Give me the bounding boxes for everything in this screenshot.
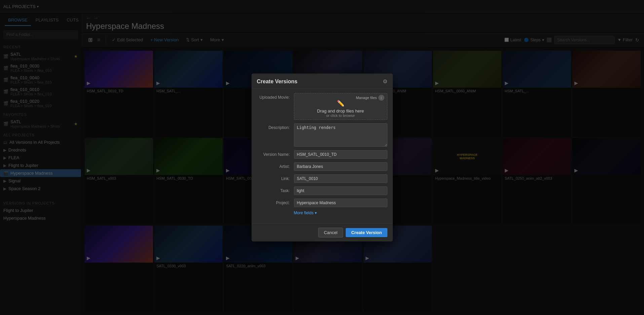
more-fields-label: More fields: [294, 211, 314, 215]
project-input[interactable]: [294, 198, 387, 207]
project-row: Project:: [257, 198, 387, 207]
link-input[interactable]: [294, 174, 387, 183]
artist-input[interactable]: [294, 162, 387, 171]
create-versions-modal: Create Versions ⚙ Uploaded Movie: Manage…: [252, 74, 393, 241]
drag-drop-text: Drag and drop files here: [317, 108, 364, 114]
version-name-row: Version Name:: [257, 150, 387, 159]
uploaded-movie-label: Uploaded Movie:: [257, 93, 294, 100]
version-name-label: Version Name:: [257, 150, 294, 157]
or-browse-text: or click to browse: [326, 114, 355, 118]
artist-row: Artist:: [257, 162, 387, 171]
modal-settings-button[interactable]: ⚙: [383, 78, 387, 85]
upload-area[interactable]: Manage files i ✏️ Drag and drop files he…: [294, 93, 387, 120]
info-icon-button[interactable]: i: [378, 95, 384, 101]
link-row: Link:: [257, 174, 387, 183]
more-fields-chevron: ▾: [315, 211, 317, 215]
more-fields-button[interactable]: More fields ▾: [294, 211, 317, 215]
cancel-button[interactable]: Cancel: [318, 228, 343, 237]
modal-body: Uploaded Movie: Manage files i ✏️ Drag a…: [252, 88, 393, 223]
modal-header: Create Versions ⚙: [252, 74, 393, 88]
task-label: Task:: [257, 186, 294, 193]
artist-label: Artist:: [257, 162, 294, 169]
description-label: Description:: [257, 123, 294, 130]
create-version-button[interactable]: Create Version: [346, 228, 387, 237]
modal-footer: Cancel Create Version: [252, 223, 393, 241]
manage-files-button[interactable]: Manage files: [356, 96, 377, 100]
version-name-input[interactable]: [294, 150, 387, 159]
link-label: Link:: [257, 174, 294, 181]
uploaded-movie-row: Uploaded Movie: Manage files i ✏️ Drag a…: [257, 93, 387, 120]
upload-area-top: Manage files i: [294, 93, 387, 102]
project-label: Project:: [257, 198, 294, 205]
modal-title: Create Versions: [257, 79, 298, 85]
task-row: Task:: [257, 186, 387, 195]
description-row: Description: Lighting renders: [257, 123, 387, 147]
description-textarea[interactable]: Lighting renders: [294, 123, 387, 147]
modal-overlay[interactable]: Create Versions ⚙ Uploaded Movie: Manage…: [0, 0, 644, 315]
task-input[interactable]: [294, 186, 387, 195]
